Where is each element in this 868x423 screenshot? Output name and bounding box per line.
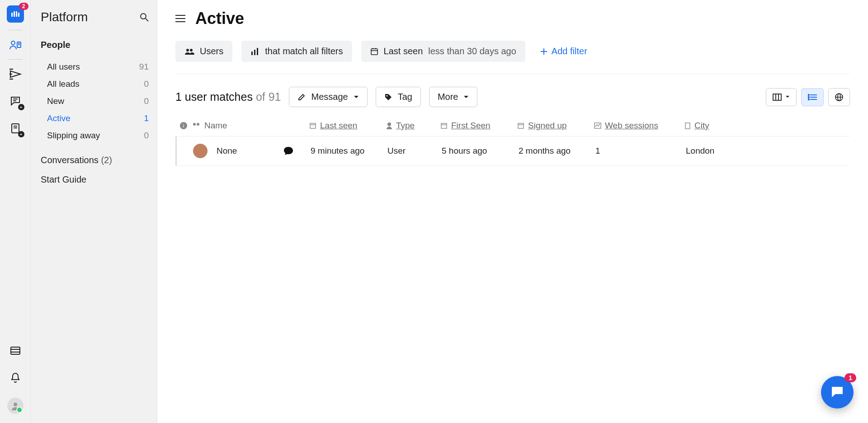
icon-rail: 2 + + <box>0 0 31 423</box>
svg-point-4 <box>11 41 15 45</box>
col-type[interactable]: Type <box>386 121 440 131</box>
col-name-label: Name <box>204 121 227 131</box>
svg-rect-0 <box>11 13 13 17</box>
col-last-seen-label: Last seen <box>320 121 357 131</box>
nav-active[interactable]: Active1 <box>47 110 149 127</box>
nav-slipping-away[interactable]: Slipping away0 <box>47 127 149 144</box>
users-icon <box>192 122 201 129</box>
nav-count: 91 <box>139 62 149 72</box>
send-icon[interactable] <box>8 67 23 81</box>
app-logo[interactable]: 2 <box>7 5 24 23</box>
section-start-guide[interactable]: Start Guide <box>41 174 149 185</box>
col-info[interactable]: i <box>175 122 192 130</box>
notifications-icon[interactable] <box>8 371 23 385</box>
svg-rect-16 <box>11 347 20 354</box>
svg-line-21 <box>146 19 148 21</box>
section-conversations[interactable]: Conversations (2) <box>41 155 149 165</box>
filter-lastseen-value: less than 30 days ago <box>428 46 516 56</box>
plus-icon <box>541 48 547 55</box>
message-label: Message <box>311 92 348 102</box>
nav-label: Active <box>47 113 71 123</box>
tag-icon <box>384 93 392 101</box>
filter-match[interactable]: that match all filters <box>241 41 352 62</box>
svg-point-51 <box>193 123 196 126</box>
svg-point-20 <box>141 14 146 19</box>
section-people[interactable]: People <box>41 40 149 50</box>
nav-count: 0 <box>144 131 149 141</box>
col-web-sessions[interactable]: Web sessions <box>594 121 684 131</box>
toolbar: 1 user matches of 91 Message Tag More <box>175 74 850 115</box>
calendar-icon <box>440 122 448 129</box>
add-filter-button[interactable]: Add filter <box>534 46 587 56</box>
people-icon[interactable] <box>8 38 23 52</box>
col-city[interactable]: City <box>684 121 739 131</box>
sidebar-title: Platform <box>41 10 88 24</box>
add-filter-label: Add filter <box>552 46 587 56</box>
col-name[interactable]: Name <box>192 121 282 131</box>
new-message-icon[interactable]: + <box>8 94 23 108</box>
more-button[interactable]: More <box>429 87 478 107</box>
filter-users[interactable]: Users <box>175 41 232 62</box>
chat-fab-badge: 1 <box>844 373 856 382</box>
filter-lastseen-label: Last seen <box>384 46 423 56</box>
svg-rect-27 <box>251 52 253 55</box>
chat-icon[interactable] <box>283 146 293 155</box>
filter-lastseen[interactable]: Last seen less than 30 days ago <box>361 41 525 62</box>
svg-point-43 <box>808 94 809 95</box>
svg-point-26 <box>190 49 193 52</box>
table-row[interactable]: None 9 minutes ago User 5 hours ago 2 mo… <box>175 136 850 166</box>
col-signed-up-label: Signed up <box>528 121 567 131</box>
nav-count: 1 <box>144 113 149 123</box>
message-button[interactable]: Message <box>289 87 367 107</box>
svg-point-52 <box>197 123 199 126</box>
conversations-count: (2) <box>101 155 112 165</box>
list-icon <box>808 94 817 100</box>
columns-icon <box>773 94 782 101</box>
plus-dot-icon-2: + <box>18 131 24 137</box>
chat-fab[interactable]: 1 <box>821 376 854 409</box>
columns-button[interactable] <box>766 88 797 106</box>
col-signed-up[interactable]: Signed up <box>517 121 594 131</box>
svg-point-36 <box>386 95 387 96</box>
calendar-icon <box>370 47 378 56</box>
new-article-icon[interactable]: + <box>8 121 23 136</box>
list-view-button[interactable] <box>801 88 824 106</box>
activity-icon <box>594 122 601 129</box>
col-last-seen[interactable]: Last seen <box>309 121 386 131</box>
nav-label: All leads <box>47 79 80 89</box>
tag-label: Tag <box>398 92 412 102</box>
svg-point-19 <box>14 403 17 406</box>
library-icon[interactable] <box>8 343 23 358</box>
col-first-seen[interactable]: First Seen <box>440 121 517 131</box>
filter-bar: Users that match all filters Last seen l… <box>175 41 850 74</box>
svg-point-45 <box>808 99 809 100</box>
rail-divider-2 <box>9 59 22 60</box>
calendar-icon <box>309 122 316 129</box>
row-signed-up: 2 months ago <box>519 146 571 156</box>
row-type: User <box>387 146 406 156</box>
user-avatar <box>193 144 208 158</box>
nav-count: 0 <box>144 96 149 106</box>
globe-icon <box>835 93 843 101</box>
col-web-sessions-label: Web sessions <box>605 121 658 131</box>
globe-view-button[interactable] <box>828 88 850 106</box>
match-count: 1 user matches of 91 <box>175 90 281 103</box>
nav-all-users[interactable]: All users91 <box>47 58 149 75</box>
row-web-sessions: 1 <box>595 146 600 156</box>
user-icon <box>386 122 392 129</box>
main-panel: Active Users that match all filters Last… <box>157 0 868 423</box>
nav-new[interactable]: New0 <box>47 93 149 110</box>
search-icon[interactable] <box>140 13 149 22</box>
row-last-seen: 9 minutes ago <box>311 146 364 156</box>
sidebar: Platform People All users91 All leads0 N… <box>31 0 157 423</box>
tag-button[interactable]: Tag <box>376 87 421 107</box>
chevron-down-icon <box>354 95 359 99</box>
menu-icon[interactable] <box>175 14 185 23</box>
filter-users-label: Users <box>200 46 223 56</box>
svg-point-25 <box>186 49 189 52</box>
chevron-down-icon <box>463 95 469 99</box>
profile-avatar[interactable] <box>7 398 24 414</box>
svg-rect-29 <box>257 48 258 55</box>
nav-all-leads[interactable]: All leads0 <box>47 75 149 93</box>
page-title: Active <box>195 9 244 28</box>
